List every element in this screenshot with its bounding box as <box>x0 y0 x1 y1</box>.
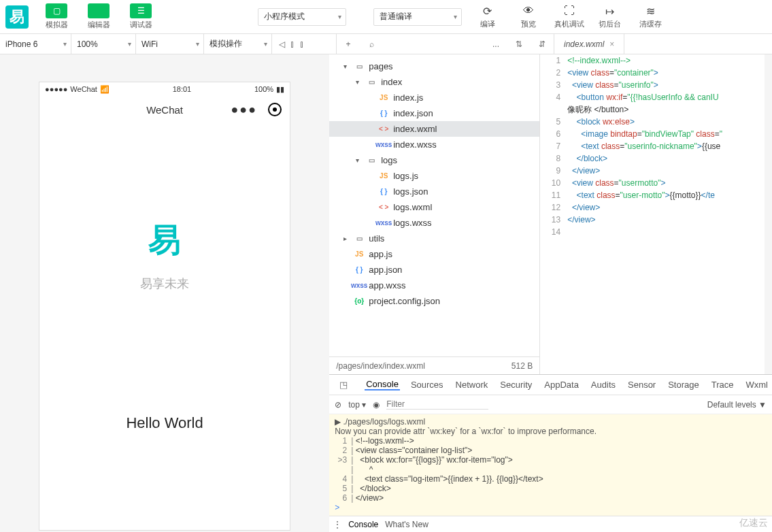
tree-item-logs[interactable]: ▾▭logs <box>329 152 539 168</box>
app-subtitle: 易享未来 <box>140 276 189 292</box>
menu-dots-icon[interactable]: ●●● <box>231 103 257 117</box>
top-tab-模拟器[interactable]: ▢模拟器 <box>35 1 78 32</box>
sub-select-100%[interactable]: 100% <box>71 34 136 54</box>
collapse-icon[interactable]: ⇵ <box>531 34 554 54</box>
action-预览[interactable]: 👁预览 <box>508 2 549 31</box>
phone-status-bar: ●●●●● WeChat 📶 18:01 100% ▮▮ <box>39 82 290 96</box>
top-tab-编辑器[interactable]: 编辑器 <box>78 1 120 32</box>
app-logo: 易 <box>5 5 29 29</box>
devtab-AppData[interactable]: AppData <box>543 380 580 390</box>
devtools-drawer: ⋮ ConsoleWhat's New <box>329 516 772 532</box>
inspect-icon[interactable]: ◳ <box>332 380 355 390</box>
tree-item-logs.wxss[interactable]: wxsslogs.wxss <box>329 215 539 231</box>
new-file-icon[interactable]: + <box>337 34 360 54</box>
console-toolbar: ⊘ top ▾ ◉ Default levels ▼ <box>329 395 772 414</box>
drawer-tab-What's New[interactable]: What's New <box>385 520 429 529</box>
devtab-Wxml[interactable]: Wxml <box>745 380 770 390</box>
action-清缓存[interactable]: ≋清缓存 <box>631 2 671 31</box>
top-tab-调试器[interactable]: ☰调试器 <box>120 1 162 32</box>
drawer-toggle-icon[interactable]: ⋮ <box>333 520 341 529</box>
sub-select-模拟操作[interactable]: 模拟操作 <box>204 34 272 54</box>
devtab-Security[interactable]: Security <box>499 380 533 390</box>
编译-icon: ⟳ <box>483 4 492 18</box>
devtools-panel: ◳ ConsoleSourcesNetworkSecurityAppDataAu… <box>329 374 772 532</box>
phone-title: WeChat <box>146 104 183 116</box>
tree-item-index.wxss[interactable]: wxssindex.wxss <box>329 137 539 152</box>
search-icon[interactable]: ⌕ <box>360 34 383 54</box>
预览-icon: 👁 <box>523 4 534 18</box>
action-真机调试[interactable]: ⛶真机调试 <box>549 2 590 31</box>
file-path: /pages/index/index.wxml <box>336 361 425 371</box>
sort-icon[interactable]: ⇅ <box>507 34 531 54</box>
close-icon[interactable]: × <box>609 39 614 49</box>
status-battery: 100% ▮▮ <box>254 85 284 94</box>
tree-item-utils[interactable]: ▸▭utils <box>329 231 539 246</box>
sim-tool-icon[interactable]: ⫿ <box>290 39 295 49</box>
more-icon[interactable]: ... <box>484 34 507 54</box>
simulator-pane: ●●●●● WeChat 📶 18:01 100% ▮▮ WeChat ●●● … <box>0 54 329 532</box>
program-mode-select[interactable]: 小程序模式 <box>258 8 346 26</box>
editor-tab[interactable]: index.wxml × <box>554 34 624 54</box>
main-area: ●●●●● WeChat 📶 18:01 100% ▮▮ WeChat ●●● … <box>0 54 772 532</box>
status-carrier: ●●●●● WeChat 📶 <box>45 85 110 94</box>
tree-item-logs.js[interactable]: JSlogs.js <box>329 168 539 184</box>
tree-item-app.json[interactable]: { }app.json <box>329 262 539 278</box>
phone-frame: ●●●●● WeChat 📶 18:01 100% ▮▮ WeChat ●●● … <box>39 82 290 531</box>
devtab-Sources[interactable]: Sources <box>409 380 445 390</box>
清缓存-icon: ≋ <box>646 4 655 18</box>
app-avatar[interactable]: 易 <box>148 218 181 262</box>
tree-item-index.js[interactable]: JSindex.js <box>329 90 539 105</box>
tree-item-app.wxss[interactable]: wxssapp.wxss <box>329 278 539 293</box>
phone-nav: WeChat ●●● <box>39 96 290 123</box>
compile-mode-select[interactable]: 普通编译 <box>373 8 462 26</box>
devtab-Trace[interactable]: Trace <box>710 380 735 390</box>
sim-tool-icon[interactable]: ⫿ <box>300 39 304 49</box>
devtab-Sensor[interactable]: Sensor <box>626 380 657 390</box>
sub-toolbar: iPhone 6100%WiFi模拟操作◁⫿⫿ +⌕...⇅⇵ index.wx… <box>0 34 772 54</box>
tree-item-project.config.json[interactable]: {o}project.config.json <box>329 293 539 309</box>
tab-icon <box>88 3 110 18</box>
greeting-text: Hello World <box>126 414 203 432</box>
sub-select-iPhone 6[interactable]: iPhone 6 <box>0 34 71 54</box>
editor-tab-label: index.wxml <box>564 39 604 49</box>
action-编译[interactable]: ⟳编译 <box>467 2 508 31</box>
console-filter-input[interactable] <box>386 399 488 410</box>
context-select[interactable]: top <box>348 400 360 410</box>
tree-item-pages[interactable]: ▾▭pages <box>329 59 539 74</box>
tree-item-logs.wxml[interactable]: < >logs.wxml <box>329 199 539 215</box>
phone-content: 易 易享未来 Hello World <box>39 123 290 530</box>
真机调试-icon: ⛶ <box>564 4 575 18</box>
log-levels-select[interactable]: Default levels ▼ <box>707 400 767 410</box>
file-explorer: ▾▭pages▾▭indexJSindex.js{ }index.json< >… <box>329 54 540 374</box>
tree-item-index[interactable]: ▾▭index <box>329 74 539 90</box>
devtab-Network[interactable]: Network <box>454 380 490 390</box>
tree-item-index.json[interactable]: { }index.json <box>329 105 539 121</box>
eye-icon[interactable]: ◉ <box>373 400 380 410</box>
code-editor[interactable]: 1234567891011121314 <!--index.wxml--><vi… <box>540 54 765 374</box>
tree-item-index.wxml[interactable]: < >index.wxml <box>329 121 539 137</box>
file-size: 512 B <box>511 361 533 371</box>
tab-icon: ▢ <box>46 3 67 18</box>
devtab-Console[interactable]: Console <box>365 379 400 390</box>
status-time: 18:01 <box>110 85 254 93</box>
drawer-tab-Console[interactable]: Console <box>348 520 378 529</box>
close-circle-icon[interactable] <box>268 103 282 116</box>
切后台-icon: ↦ <box>605 4 614 18</box>
tree-item-logs.json[interactable]: { }logs.json <box>329 184 539 199</box>
tab-icon: ☰ <box>130 3 152 18</box>
sub-select-WiFi[interactable]: WiFi <box>136 34 204 54</box>
tree-item-app.js[interactable]: JSapp.js <box>329 246 539 262</box>
sim-tool-icon[interactable]: ◁ <box>279 39 285 49</box>
console-output[interactable]: ▶ ./pages/logs/logs.wxml Now you can pro… <box>329 414 772 516</box>
file-status-bar: /pages/index/index.wxml 512 B <box>329 356 539 374</box>
action-切后台[interactable]: ↦切后台 <box>590 2 631 31</box>
devtab-Storage[interactable]: Storage <box>667 380 701 390</box>
clear-console-icon[interactable]: ⊘ <box>335 400 341 410</box>
devtab-Audits[interactable]: Audits <box>590 380 617 390</box>
top-toolbar: 易 ▢模拟器编辑器☰调试器 小程序模式 普通编译 ⟳编译👁预览⛶真机调试↦切后台… <box>0 0 772 34</box>
watermark: 亿速云 <box>739 517 768 529</box>
